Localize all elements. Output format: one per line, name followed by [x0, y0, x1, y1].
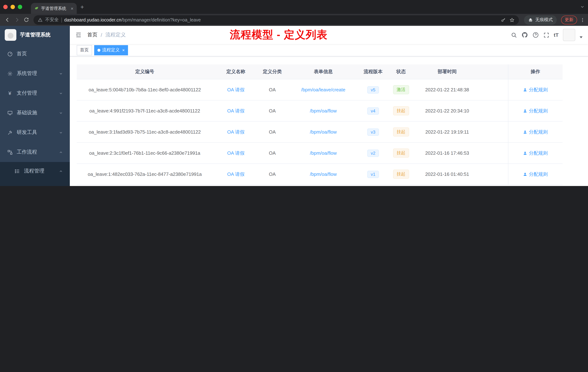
assign-rule-link[interactable]: 分配规则 — [523, 150, 548, 156]
user-avatar[interactable] — [563, 29, 575, 41]
definition-id: oa_leave:5:004b710b-7b8a-11ec-8ef0-acde4… — [89, 87, 201, 92]
definition-name-link[interactable]: OA 请假 — [227, 108, 244, 113]
tag-home[interactable]: 首页 — [77, 45, 92, 55]
sidebar-item-workflow[interactable]: 工作流程 — [0, 142, 70, 162]
tab-title: 芋道管理系统 — [41, 6, 66, 11]
chevron-down-icon — [59, 91, 63, 95]
status-badge: 挂起 — [393, 170, 409, 179]
github-icon[interactable] — [521, 32, 528, 38]
form-link[interactable]: /bpm/oa/flow — [310, 171, 336, 177]
deploy-time: 2022-01-16 17:46:53 — [425, 150, 469, 156]
sidebar-item-home[interactable]: 首页 — [0, 44, 70, 64]
definition-id: oa_leave:3:1fad3d93-7b75-11ec-a3c8-acde4… — [89, 129, 201, 135]
logo-avatar — [5, 29, 16, 41]
tab-close-icon[interactable]: × — [71, 6, 74, 11]
workflow-icon — [7, 149, 13, 155]
help-icon[interactable] — [532, 32, 539, 38]
assign-rule-link[interactable]: 分配规则 — [523, 108, 548, 114]
table-row: oa_leave:2:3c1f0ef1-76b1-11ec-9c66-a2380… — [77, 142, 563, 164]
yen-icon: ¥ — [7, 90, 13, 96]
col-form-info: 表单信息 — [286, 65, 361, 79]
browser-window: 芋道管理系统 × + 不安全 dashboard.yudao.iocoder.c… — [0, 0, 588, 186]
assign-rule-link[interactable]: 分配规则 — [523, 87, 548, 93]
browser-menu-dots-icon[interactable] — [580, 17, 585, 22]
category: OA — [269, 171, 276, 177]
bookmark-star-icon[interactable] — [509, 17, 514, 22]
definition-name-link[interactable]: OA 请假 — [227, 150, 244, 156]
col-deploy-time: 部署时间 — [417, 65, 477, 79]
minimize-window-button[interactable] — [10, 5, 15, 9]
form-link[interactable]: /bpm/oa/flow — [310, 108, 336, 114]
breadcrumb-home[interactable]: 首页 — [87, 32, 97, 38]
forward-icon[interactable] — [12, 15, 21, 24]
annotation-title: 流程模型 - 定义列表 — [230, 28, 328, 42]
incognito-label: 无痕模式 — [535, 17, 553, 23]
monitor-icon — [7, 110, 13, 116]
col-filler — [477, 65, 508, 79]
deploy-time: 2022-01-16 01:40:51 — [425, 171, 469, 177]
incognito-icon — [528, 17, 533, 22]
tab-search-chevron-icon[interactable] — [580, 5, 584, 9]
assign-rule-link[interactable]: 分配规则 — [523, 171, 548, 177]
table-row: oa_leave:4:991f2193-7b7f-11ec-a3c8-acde4… — [77, 100, 563, 121]
chevron-up-icon — [59, 150, 63, 154]
breadcrumb-current: 流程定义 — [105, 32, 126, 38]
definition-name-link[interactable]: OA 请假 — [227, 87, 244, 92]
form-link[interactable]: /bpm/oa/leave/create — [301, 87, 346, 92]
window-controls — [0, 5, 27, 9]
version-badge: v1 — [367, 171, 379, 178]
definition-name-link[interactable]: OA 请假 — [227, 171, 244, 177]
definition-table: 定义编号 定义名称 定义分类 表单信息 流程版本 状态 部署时间 操作 — [77, 65, 563, 185]
tools-icon — [7, 130, 13, 135]
definition-id: oa_leave:2:3c1f0ef1-76b1-11ec-9c66-a2380… — [89, 150, 200, 156]
tag-close-icon[interactable]: × — [122, 47, 125, 53]
sidebar: 芋道管理系统 首页 系统管理 ¥ 支付管理 基础设施 — [0, 26, 70, 186]
key-icon[interactable] — [501, 17, 506, 22]
definition-name-link[interactable]: OA 请假 — [227, 129, 244, 134]
url-text: dashboard.yudao.iocoder.cn/bpm/manager/d… — [64, 17, 201, 22]
update-button[interactable]: 更新 — [561, 15, 577, 24]
back-icon[interactable] — [3, 15, 12, 24]
font-size-icon[interactable]: tT — [554, 32, 558, 38]
form-link[interactable]: /bpm/oa/flow — [310, 129, 336, 135]
sidebar-logo[interactable]: 芋道管理系统 — [0, 26, 70, 44]
chevron-down-icon — [59, 131, 63, 134]
tag-process-definition[interactable]: 流程定义 × — [94, 45, 128, 55]
active-tag-dot — [97, 49, 100, 52]
chevron-down-icon — [59, 72, 63, 76]
table-row: oa_leave:1:482ec033-762a-11ec-8477-a2380… — [77, 164, 563, 185]
search-icon[interactable] — [511, 32, 517, 38]
hamburger-icon[interactable] — [75, 32, 82, 38]
browser-tab-strip: 芋道管理系统 × + — [0, 0, 588, 14]
definition-id: oa_leave:4:991f2193-7b7f-11ec-a3c8-acde4… — [89, 108, 200, 114]
browser-tab[interactable]: 芋道管理系统 × — [31, 3, 77, 14]
maximize-window-button[interactable] — [18, 5, 22, 9]
sidebar-item-process-form[interactable]: 流程表单 — [0, 180, 70, 186]
sidebar-item-process-manage[interactable]: 流程管理 — [0, 162, 70, 180]
sidebar-item-payment[interactable]: ¥ 支付管理 — [0, 83, 70, 103]
breadcrumb: 首页 / 流程定义 — [87, 32, 126, 38]
col-category: 定义分类 — [259, 65, 286, 79]
new-tab-button[interactable]: + — [80, 4, 84, 10]
tab-favicon-icon — [34, 6, 39, 11]
fullscreen-icon[interactable] — [543, 32, 549, 38]
assign-rule-link[interactable]: 分配规则 — [523, 129, 548, 135]
form-link[interactable]: /bpm/oa/flow — [310, 150, 336, 156]
version-badge: v4 — [367, 107, 379, 114]
close-window-button[interactable] — [3, 5, 8, 9]
user-icon — [523, 130, 527, 134]
deploy-time: 2022-01-22 20:34:10 — [425, 108, 469, 114]
avatar-caret-down-icon[interactable] — [580, 36, 583, 38]
definition-id: oa_leave:1:482ec033-762a-11ec-8477-a2380… — [88, 171, 202, 177]
table-row: oa_leave:5:004b710b-7b8a-11ec-8ef0-acde4… — [77, 79, 563, 100]
omnibox-divider — [61, 17, 62, 22]
version-badge: v2 — [367, 149, 379, 157]
address-bar[interactable]: 不安全 dashboard.yudao.iocoder.cn/bpm/manag… — [33, 15, 519, 25]
sidebar-item-infra[interactable]: 基础设施 — [0, 103, 70, 123]
reload-icon[interactable] — [22, 15, 31, 24]
user-icon — [523, 151, 527, 155]
sidebar-item-system[interactable]: 系统管理 — [0, 64, 70, 83]
col-status: 状态 — [385, 65, 417, 79]
sidebar-item-devtools[interactable]: 研发工具 — [0, 123, 70, 142]
category: OA — [269, 150, 276, 156]
